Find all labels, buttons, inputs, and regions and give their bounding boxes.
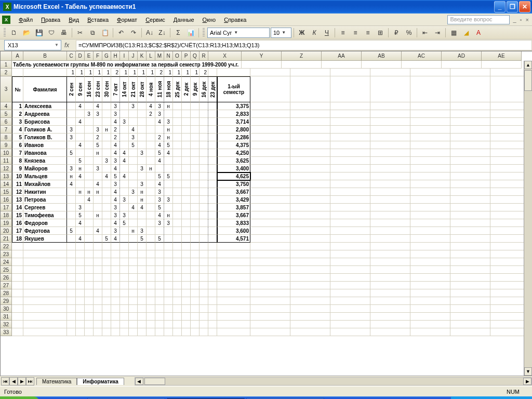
cell[interactable] bbox=[138, 219, 147, 227]
cell[interactable] bbox=[111, 258, 120, 266]
cell[interactable] bbox=[370, 305, 410, 313]
cell[interactable] bbox=[173, 211, 182, 219]
cell[interactable]: н bbox=[129, 227, 138, 235]
cell[interactable] bbox=[173, 289, 182, 297]
cell[interactable] bbox=[410, 134, 450, 141]
cell[interactable] bbox=[290, 149, 330, 157]
cell[interactable]: 4 bbox=[67, 180, 76, 188]
cell[interactable]: н bbox=[164, 126, 173, 134]
cell[interactable] bbox=[173, 313, 182, 321]
cell[interactable]: 1 bbox=[85, 69, 94, 76]
column-header[interactable]: H bbox=[111, 51, 120, 61]
cell[interactable] bbox=[12, 250, 23, 258]
cell[interactable] bbox=[23, 282, 67, 289]
cell[interactable]: 1 bbox=[164, 69, 173, 76]
cell[interactable] bbox=[208, 204, 217, 211]
cell[interactable]: 4 bbox=[111, 188, 120, 196]
cell[interactable] bbox=[85, 235, 94, 243]
column-header[interactable]: C bbox=[67, 51, 76, 61]
column-header[interactable]: X bbox=[208, 51, 242, 61]
cell[interactable]: 1 bbox=[76, 69, 85, 76]
cell[interactable] bbox=[94, 328, 102, 336]
cell[interactable]: 1 bbox=[147, 69, 155, 76]
cell[interactable] bbox=[250, 141, 290, 149]
cell[interactable]: 3 bbox=[111, 110, 120, 118]
cell[interactable]: 4 bbox=[94, 227, 102, 235]
cell[interactable]: № bbox=[12, 76, 23, 102]
cell[interactable] bbox=[155, 250, 164, 258]
cell[interactable] bbox=[191, 321, 200, 328]
cell[interactable] bbox=[120, 289, 129, 297]
cell[interactable] bbox=[12, 321, 23, 328]
spreadsheet-grid[interactable]: ABCDEFGHIJKLMNOPQRXYZAAABACADAE 1Табель … bbox=[0, 51, 532, 376]
cell[interactable] bbox=[330, 313, 370, 321]
cell[interactable] bbox=[330, 235, 370, 243]
cell[interactable] bbox=[147, 243, 155, 250]
cell[interactable] bbox=[182, 289, 191, 297]
date-header[interactable]: 14 окт bbox=[120, 76, 129, 102]
column-header[interactable]: D bbox=[76, 51, 85, 61]
cell[interactable]: 8 bbox=[12, 157, 23, 165]
cell[interactable] bbox=[370, 196, 410, 204]
document-icon[interactable]: X bbox=[2, 16, 10, 24]
cell[interactable]: 4,375 bbox=[217, 141, 250, 149]
cell[interactable] bbox=[191, 118, 200, 126]
cell[interactable] bbox=[164, 313, 173, 321]
cell[interactable] bbox=[173, 149, 182, 157]
cell[interactable] bbox=[290, 219, 330, 227]
cell[interactable] bbox=[200, 219, 208, 227]
cell[interactable]: 4 bbox=[155, 157, 164, 165]
cell[interactable] bbox=[12, 289, 23, 297]
cell[interactable] bbox=[410, 102, 450, 110]
cell[interactable]: 3 bbox=[138, 227, 147, 235]
cell[interactable] bbox=[85, 141, 94, 149]
cell[interactable] bbox=[450, 204, 490, 211]
column-header[interactable]: P bbox=[182, 51, 191, 61]
cell[interactable] bbox=[138, 297, 147, 305]
cell[interactable] bbox=[111, 297, 120, 305]
cell[interactable] bbox=[164, 282, 173, 289]
cell[interactable] bbox=[410, 196, 450, 204]
cell[interactable] bbox=[102, 250, 111, 258]
cell[interactable] bbox=[76, 266, 85, 274]
align-left-icon[interactable]: ≡ bbox=[337, 27, 349, 38]
cell[interactable] bbox=[182, 149, 191, 157]
cell[interactable]: 7 bbox=[12, 149, 23, 157]
cell[interactable]: 1 bbox=[67, 69, 76, 76]
row-header[interactable]: 14 bbox=[1, 180, 12, 188]
cell[interactable] bbox=[120, 134, 129, 141]
cell[interactable] bbox=[200, 243, 208, 250]
cell[interactable] bbox=[450, 235, 490, 243]
align-right-icon[interactable]: ≡ bbox=[362, 27, 374, 38]
cell[interactable] bbox=[410, 274, 450, 282]
cell[interactable] bbox=[102, 118, 111, 126]
cell[interactable] bbox=[450, 282, 490, 289]
cell[interactable] bbox=[370, 102, 410, 110]
cell[interactable] bbox=[94, 274, 102, 282]
cell[interactable] bbox=[208, 110, 217, 118]
cell[interactable] bbox=[217, 69, 250, 76]
cell[interactable] bbox=[450, 180, 490, 188]
cell[interactable]: 4 bbox=[155, 211, 164, 219]
cell[interactable]: 4 bbox=[138, 204, 147, 211]
cell[interactable] bbox=[191, 282, 200, 289]
cell[interactable] bbox=[12, 266, 23, 274]
row-header[interactable]: 15 bbox=[1, 188, 12, 196]
row-header[interactable]: 31 bbox=[1, 313, 12, 321]
cell[interactable] bbox=[330, 118, 370, 126]
cell[interactable] bbox=[67, 258, 76, 266]
cell[interactable] bbox=[182, 297, 191, 305]
cell[interactable]: 4,625 bbox=[217, 172, 250, 180]
cell[interactable] bbox=[182, 172, 191, 180]
cell[interactable] bbox=[173, 157, 182, 165]
cell[interactable]: 3 bbox=[12, 118, 23, 126]
cell[interactable] bbox=[182, 282, 191, 289]
cell[interactable] bbox=[120, 180, 129, 188]
cell[interactable] bbox=[23, 266, 67, 274]
cell[interactable] bbox=[111, 266, 120, 274]
cell[interactable] bbox=[182, 102, 191, 110]
cell[interactable] bbox=[23, 328, 67, 336]
cell[interactable] bbox=[94, 313, 102, 321]
column-header[interactable]: M bbox=[155, 51, 164, 61]
cell[interactable] bbox=[330, 188, 370, 196]
